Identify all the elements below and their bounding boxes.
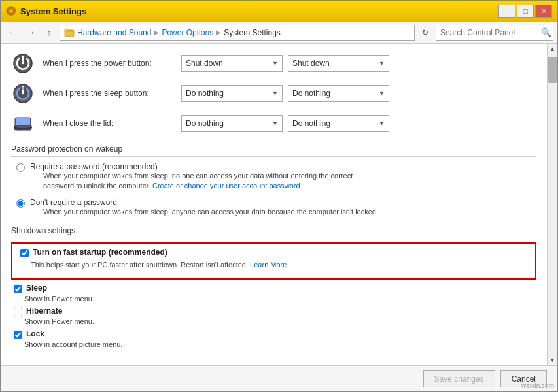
- require-password-desc1: When your computer wakes from sleep, no …: [43, 172, 353, 180]
- learn-more-link[interactable]: Learn More: [250, 261, 287, 269]
- scrollbar: ▲ ▼: [547, 44, 557, 365]
- no-password-desc: When your computer wakes from sleep, any…: [43, 207, 378, 217]
- sleep-label: Sleep: [26, 284, 47, 293]
- power-button-option2-text: Shut down: [292, 59, 330, 68]
- no-password-option: Don't require a password When your compu…: [16, 198, 536, 217]
- fast-startup-desc1: This helps start your PC faster after sh…: [31, 261, 248, 269]
- lid-icon: [11, 112, 35, 135]
- sleep-row: Sleep: [14, 284, 536, 293]
- toolbar: ← → ↑ Hardware and Sound ▶ Power Options…: [1, 22, 557, 44]
- power-button-arrow2: ▼: [379, 60, 385, 67]
- address-part-hardware[interactable]: Hardware and Sound: [77, 28, 151, 37]
- address-part-power[interactable]: Power Options: [162, 28, 213, 37]
- sleep-button-arrow2: ▼: [379, 90, 385, 97]
- scrollbar-track: [548, 54, 557, 355]
- power-button-dropdowns: Shut down ▼ Shut down ▼: [181, 55, 389, 72]
- minimize-button[interactable]: —: [498, 5, 515, 18]
- main-content: When I press the power button: Shut down…: [1, 44, 547, 365]
- title-bar-controls: — □ ✕: [498, 5, 552, 18]
- no-password-radio[interactable]: [16, 199, 25, 208]
- hibernate-checkbox[interactable]: [14, 308, 22, 316]
- close-button[interactable]: ✕: [535, 5, 552, 18]
- sleep-button-label: When I press the sleep button:: [43, 89, 173, 98]
- sleep-button-dropdown-1[interactable]: Do nothing ▼: [181, 85, 283, 102]
- save-changes-button[interactable]: Save changes: [423, 370, 495, 387]
- folder-icon: [64, 27, 75, 38]
- title-bar: System Settings — □ ✕: [1, 1, 557, 22]
- lid-dropdowns: Do nothing ▼ Do nothing ▼: [181, 115, 389, 132]
- app-icon: [6, 6, 16, 16]
- content-area: When I press the power button: Shut down…: [1, 44, 557, 365]
- create-password-link[interactable]: Create or change your user account passw…: [152, 182, 300, 189]
- power-button-arrow1: ▼: [272, 60, 278, 67]
- sleep-button-option2-text: Do nothing: [292, 89, 330, 98]
- power-button-label: When I press the power button:: [43, 59, 173, 68]
- require-password-option: Require a password (recommended) When yo…: [16, 162, 536, 191]
- search-icon: 🔍: [541, 27, 551, 37]
- hibernate-desc: Show in Power menu.: [24, 318, 536, 325]
- title-bar-left: System Settings: [6, 6, 86, 16]
- lid-arrow1: ▼: [272, 120, 278, 127]
- lock-label: Lock: [26, 329, 44, 338]
- sleep-button-option1-text: Do nothing: [186, 89, 224, 98]
- lock-checkbox[interactable]: [14, 331, 22, 339]
- scroll-up-button[interactable]: ▲: [548, 44, 557, 54]
- sleep-button-dropdown-2[interactable]: Do nothing ▼: [288, 85, 389, 102]
- main-window: System Settings — □ ✕ ← → ↑ Hardware and…: [0, 0, 558, 392]
- power-button-icon: [11, 52, 35, 75]
- fast-startup-row: Turn on fast startup (recommended): [20, 248, 530, 257]
- power-button-dropdown-2[interactable]: Shut down ▼: [288, 55, 389, 72]
- search-box: 🔍: [436, 25, 553, 41]
- require-password-label: Require a password (recommended): [30, 162, 353, 171]
- require-password-desc2: password to unlock the computer.: [43, 182, 150, 189]
- lid-dropdown-1[interactable]: Do nothing ▼: [181, 115, 283, 132]
- fast-startup-desc: This helps start your PC faster after sh…: [31, 260, 530, 270]
- require-password-desc: When your computer wakes from sleep, no …: [43, 171, 353, 191]
- shutdown-section-label: Shutdown settings: [11, 226, 536, 238]
- lid-option1-text: Do nothing: [186, 119, 224, 128]
- fast-startup-checkbox[interactable]: [20, 249, 29, 257]
- address-sep-2: ▶: [216, 29, 221, 36]
- scroll-down-button[interactable]: ▼: [548, 355, 557, 365]
- power-button-row: When I press the power button: Shut down…: [11, 52, 536, 75]
- address-part-current: System Settings: [224, 28, 281, 37]
- lock-desc: Show in account picture menu.: [24, 340, 536, 348]
- watermark: wsxdn.com: [521, 382, 554, 389]
- no-password-label: Don't require a password: [30, 198, 378, 207]
- sleep-button-icon: [11, 82, 35, 105]
- sleep-button-arrow1: ▼: [272, 90, 278, 97]
- svg-rect-9: [16, 118, 30, 125]
- search-input[interactable]: [440, 28, 538, 37]
- maximize-button[interactable]: □: [517, 5, 534, 18]
- scrollbar-thumb[interactable]: [548, 57, 557, 83]
- fast-startup-box: Turn on fast startup (recommended) This …: [11, 242, 536, 279]
- back-button[interactable]: ←: [5, 25, 20, 41]
- up-button[interactable]: ↑: [41, 25, 57, 41]
- sleep-button-row: When I press the sleep button: Do nothin…: [11, 82, 536, 105]
- lid-row: When I close the lid: Do nothing ▼ Do no…: [11, 112, 536, 135]
- sleep-checkbox[interactable]: [14, 285, 22, 293]
- address-bar: Hardware and Sound ▶ Power Options ▶ Sys…: [60, 25, 415, 41]
- lid-arrow2: ▼: [379, 120, 385, 127]
- password-section-label: Password protection on wakeup: [11, 144, 536, 157]
- lid-label: When I close the lid:: [43, 119, 173, 128]
- lid-option2-text: Do nothing: [292, 119, 330, 128]
- window-title: System Settings: [20, 7, 86, 16]
- svg-point-6: [22, 87, 24, 90]
- hibernate-label: Hibernate: [26, 306, 62, 316]
- fast-startup-label: Turn on fast startup (recommended): [33, 248, 167, 257]
- require-password-radio[interactable]: [16, 163, 25, 172]
- forward-button[interactable]: →: [23, 25, 39, 41]
- hibernate-row: Hibernate: [14, 306, 536, 316]
- lock-row: Lock: [14, 329, 536, 339]
- footer: Save changes Cancel: [1, 365, 557, 391]
- sleep-desc: Show in Power menu.: [24, 295, 536, 302]
- power-button-dropdown-1[interactable]: Shut down ▼: [181, 55, 283, 72]
- address-sep-1: ▶: [154, 29, 159, 36]
- power-button-option1-text: Shut down: [186, 59, 223, 68]
- sleep-button-dropdowns: Do nothing ▼ Do nothing ▼: [181, 85, 389, 102]
- lid-dropdown-2[interactable]: Do nothing ▼: [288, 115, 389, 132]
- refresh-button[interactable]: ↻: [417, 25, 433, 41]
